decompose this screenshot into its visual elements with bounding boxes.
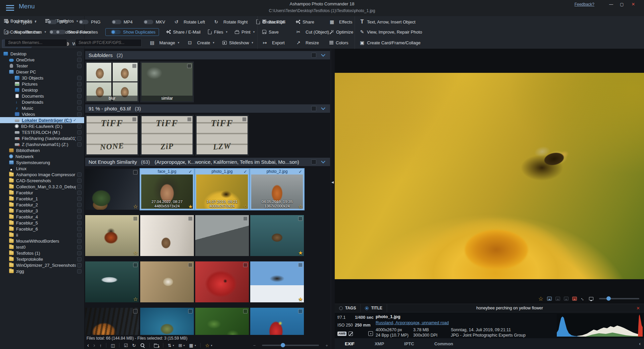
favorite-star-icon[interactable]: ☆: [133, 250, 138, 256]
thumbnail-checkbox[interactable]: [243, 263, 248, 267]
folder-checkbox[interactable]: [77, 94, 82, 98]
search-icon[interactable]: [140, 343, 145, 348]
all-types-button[interactable]: ⚙ All Types ▾: [5, 19, 36, 24]
sort-button[interactable]: ⇅: [168, 343, 171, 348]
save-button[interactable]: Save: [262, 30, 296, 34]
folder-checkbox[interactable]: [77, 112, 82, 116]
panel-toggle-button[interactable]: ◫: [111, 343, 115, 348]
show-favorites-toggle[interactable]: Show Favorites: [53, 30, 98, 34]
collapse-panel-icon[interactable]: ◀: [331, 181, 334, 184]
fullscreen-button[interactable]: ↔: [580, 295, 586, 302]
folder-checkbox[interactable]: [77, 233, 82, 237]
folder-checkbox[interactable]: [77, 64, 82, 68]
resize-button[interactable]: ↗ Resize: [296, 40, 329, 45]
mkv-toggle[interactable]: MKV: [141, 20, 165, 24]
monitor-icon[interactable]: [589, 297, 593, 300]
favorite-star-button[interactable]: ☆: [538, 296, 543, 302]
thumbnail-zoom-slider[interactable]: [262, 345, 319, 346]
folder-tree-item[interactable]: Lokaler Datenträger (C:) ✓: [0, 117, 84, 123]
colors-button[interactable]: Colors: [329, 41, 355, 45]
thumbnail-checkbox[interactable]: [242, 117, 247, 121]
files-button[interactable]: Files ▾: [208, 30, 227, 34]
photo-thumbnail[interactable]: [140, 261, 194, 302]
minimize-button[interactable]: —: [607, 1, 615, 7]
favorite-star-icon[interactable]: ☆: [133, 296, 138, 302]
new-folder-button[interactable]: [154, 344, 159, 348]
folder-tree-item[interactable]: Dieser PC: [0, 69, 84, 75]
folder-checkbox[interactable]: [77, 239, 82, 243]
photo-thumbnail[interactable]: ☆: [85, 308, 139, 335]
chevron-down-icon[interactable]: [321, 52, 325, 57]
view-thumbnails-button[interactable]: ▦: [189, 343, 193, 348]
folder-checkbox[interactable]: [77, 215, 82, 219]
zoom-out-button[interactable]: −: [253, 343, 256, 348]
rotate-right-button[interactable]: ↻ Rotate Right: [214, 19, 248, 24]
folder-tree-item[interactable]: Systemsteuerung: [0, 159, 84, 165]
folder-checkbox[interactable]: [77, 124, 82, 129]
chevron-down-icon[interactable]: [321, 106, 325, 110]
mp4-toggle[interactable]: MP4: [109, 20, 133, 24]
folder-checkbox[interactable]: [77, 130, 82, 135]
thumbnail-checkbox[interactable]: [133, 216, 138, 221]
rotate-left-button[interactable]: ↺ Rotate Left: [174, 19, 205, 24]
feedback-link[interactable]: Feedback?: [575, 2, 594, 7]
folder-checkbox[interactable]: [77, 58, 82, 62]
select-all-button[interactable]: ☑: [124, 343, 128, 348]
section-checkbox[interactable]: [311, 53, 316, 58]
folder-tree-item[interactable]: Faceblur_1: [0, 196, 84, 202]
folder-tree-item[interactable]: Faceblur_3: [0, 208, 84, 214]
folder-checkbox[interactable]: [77, 191, 82, 195]
folder-checkbox[interactable]: [77, 251, 82, 255]
text-arrow-insert-button[interactable]: T Text, Arrow, Insert Object: [360, 19, 416, 24]
subfolder-thumbnail[interactable]: similar: [140, 61, 194, 102]
optimize-button[interactable]: Optimize: [329, 30, 355, 34]
folder-checkbox[interactable]: [77, 172, 82, 177]
folder-tree-item[interactable]: MouseWithoutBorders: [0, 238, 84, 244]
close-button[interactable]: ✕: [629, 1, 637, 7]
folder-tree-item[interactable]: zigg: [0, 268, 84, 274]
folder-checkbox[interactable]: [77, 106, 82, 110]
folder-tree-item[interactable]: Ashampoo Image Compressor: [0, 171, 84, 178]
export-button[interactable]: ↦ Export: [262, 40, 296, 45]
folder-tree-item[interactable]: Netzwerk: [0, 153, 84, 159]
view-mode-2-button[interactable]: [555, 297, 560, 301]
thumbnail-checkbox[interactable]: [243, 216, 248, 221]
show-duplicates-toggle[interactable]: Show Duplicates: [105, 28, 159, 36]
photo-thumbnail[interactable]: ☆: [85, 215, 139, 256]
view-grid-button[interactable]: ⊞: [178, 343, 182, 348]
photo-thumbnail[interactable]: photo_2.jpg 04.05.2019, 19:35 1367x2000x…: [250, 169, 304, 210]
create-button[interactable]: ⊡ Create ▾: [187, 40, 215, 45]
folder-checkbox[interactable]: [77, 136, 82, 141]
folder-tree-item[interactable]: test0: [0, 244, 84, 250]
folder-checkbox[interactable]: [77, 52, 82, 56]
jpg-toggle[interactable]: JPG: [45, 20, 68, 24]
folder-tree-item[interactable]: ii: [0, 232, 84, 238]
share-button[interactable]: Share: [296, 20, 329, 24]
folder-checkbox[interactable]: [77, 203, 82, 207]
png-toggle[interactable]: PNG: [76, 20, 100, 24]
maximize-button[interactable]: ▢: [618, 1, 626, 7]
geo-location-link[interactable]: Russland, Агрогородок, unnamed road: [376, 320, 526, 325]
share-email-button[interactable]: Share / E-Mail: [166, 30, 201, 34]
photo-thumbnail[interactable]: [195, 308, 249, 335]
thumbnail-checkbox[interactable]: [187, 64, 192, 68]
panel-splitter[interactable]: ◀: [331, 49, 335, 349]
print-button[interactable]: Print ▾: [235, 30, 255, 34]
folder-checkbox[interactable]: [77, 221, 82, 225]
thumbnail-checkbox[interactable]: [298, 309, 303, 313]
folder-tree-item[interactable]: Textprotokolle: [0, 256, 84, 262]
folder-checkbox[interactable]: [77, 179, 82, 183]
create-card-frame-collage-button[interactable]: ▣ Create Card/Frame/Collage: [360, 40, 421, 45]
folder-tree-item[interactable]: CAD-Screenshots: [0, 178, 84, 184]
folder-checkbox[interactable]: [77, 142, 82, 147]
photo-thumbnail[interactable]: [195, 261, 249, 302]
thumbnail-checkbox[interactable]: [133, 170, 138, 174]
subfolder-thumbnail[interactable]: blur: [85, 61, 139, 102]
folder-checkbox[interactable]: [77, 263, 82, 267]
cut-object-button[interactable]: ✂ Cut (Object): [296, 30, 329, 34]
folder-tree-item[interactable]: Faceblur_2: [0, 202, 84, 208]
view-improve-repair-button[interactable]: ✎ View, Improve, Repair Photo: [360, 30, 422, 34]
tiff-thumbnail[interactable]: TiFF ZiP: [140, 115, 194, 156]
thumbnail-checkbox[interactable]: [298, 263, 303, 267]
view-mode-3-button[interactable]: [564, 297, 569, 301]
